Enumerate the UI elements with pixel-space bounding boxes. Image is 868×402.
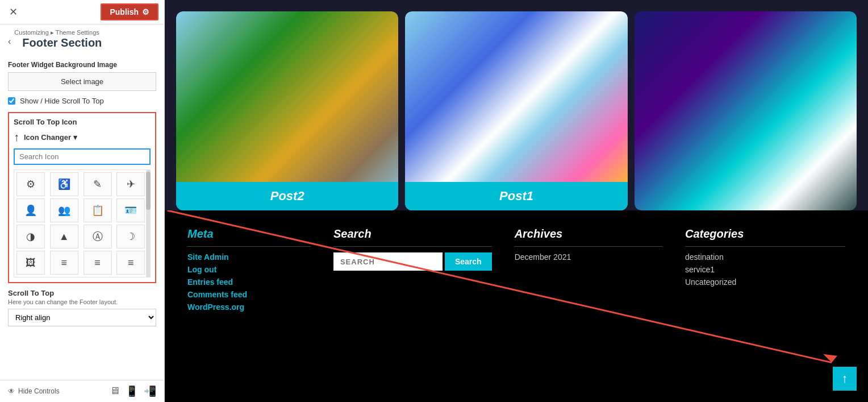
post-label-2: Post1 bbox=[405, 182, 627, 210]
align-select[interactable]: Right align Left align Center align bbox=[8, 309, 156, 326]
footer-section: Meta Site Admin Log out Entries feed Com… bbox=[165, 210, 868, 402]
close-button[interactable]: ✕ bbox=[6, 5, 21, 19]
desktop-icon[interactable]: 🖥 bbox=[110, 385, 120, 397]
post-card-bg-2 bbox=[405, 11, 627, 210]
icon-grid-item[interactable]: Ⓐ bbox=[84, 225, 112, 248]
icon-changer-label: Icon Changer bbox=[24, 133, 71, 142]
icon-grid-scrollbar[interactable] bbox=[146, 169, 151, 277]
chevron-down-icon: ▾ bbox=[73, 133, 77, 142]
icon-grid-item[interactable]: 👤 bbox=[16, 198, 45, 222]
scroll-top-desc: Here you can change the Footer layout. bbox=[8, 299, 156, 305]
icon-grid-item[interactable]: ♿ bbox=[50, 172, 78, 196]
icon-grid: ⚙ ♿ ✎ ✈ 👤 👥 📋 🪪 ◑ ▲ Ⓐ ☽ 🖼 ≡ ≡ ≡ bbox=[14, 169, 151, 277]
device-icons: 🖥 📱 📲 bbox=[110, 385, 156, 397]
publish-label: Publish bbox=[110, 7, 139, 16]
current-icon-display: ↑ bbox=[14, 131, 19, 144]
icon-grid-item[interactable]: ✎ bbox=[84, 172, 112, 196]
icon-grid-item[interactable]: ≡ bbox=[116, 251, 145, 275]
breadcrumb-area: ‹ Customizing ▸ Theme Settings Footer Se… bbox=[0, 24, 164, 55]
scroll-to-top-button[interactable]: ↑ bbox=[833, 367, 857, 391]
categories-title: Categories bbox=[685, 227, 845, 241]
icon-changer-row: ↑ Icon Changer ▾ bbox=[14, 131, 151, 144]
scroll-to-top-icon-section: Scroll To Top Icon ↑ Icon Changer ▾ ⚙ ♿ … bbox=[8, 112, 156, 283]
post-label-1: Post2 bbox=[176, 182, 398, 210]
meta-title: Meta bbox=[187, 227, 311, 241]
mobile-icon[interactable]: 📲 bbox=[144, 385, 156, 397]
post-card-bg-1 bbox=[176, 11, 398, 210]
icon-grid-item[interactable]: ✈ bbox=[116, 172, 145, 196]
icon-grid-item[interactable]: ☽ bbox=[116, 225, 145, 248]
post-card-3 bbox=[635, 11, 857, 210]
icon-grid-item[interactable]: ▲ bbox=[50, 225, 78, 248]
bg-image-label: Footer Widget Background Image bbox=[8, 61, 156, 69]
icon-grid-item[interactable]: ⚙ bbox=[16, 172, 45, 196]
post-card-2: Post1 bbox=[405, 11, 627, 210]
search-submit-button[interactable]: Search bbox=[445, 252, 492, 271]
tablet-icon[interactable]: 📱 bbox=[126, 385, 138, 397]
section-title: Footer Section bbox=[14, 36, 110, 54]
scroll-top-align-title: Scroll To Top bbox=[8, 289, 156, 297]
breadcrumb: Customizing ▸ Theme Settings bbox=[14, 29, 110, 36]
footer-meta-col: Meta Site Admin Log out Entries feed Com… bbox=[187, 227, 311, 391]
post-card-bg-3 bbox=[635, 11, 857, 210]
footer-comments-feed-link[interactable]: Comments feed bbox=[187, 290, 311, 299]
scrollbar-thumb bbox=[146, 172, 151, 210]
main-preview-area: Post2 Post1 Meta Site Admin Log out Entr… bbox=[165, 0, 868, 402]
footer-site-admin-link[interactable]: Site Admin bbox=[187, 252, 311, 262]
archives-dec-2021-link[interactable]: December 2021 bbox=[515, 252, 662, 262]
post-images-section: Post2 Post1 bbox=[165, 0, 868, 210]
search-text-input[interactable] bbox=[333, 252, 443, 271]
footer-entries-feed-link[interactable]: Entries feed bbox=[187, 277, 311, 287]
category-destination-link[interactable]: destination bbox=[685, 252, 845, 262]
icon-grid-item[interactable]: ≡ bbox=[50, 251, 78, 275]
category-service1-link[interactable]: service1 bbox=[685, 265, 845, 274]
eye-icon: 👁 bbox=[8, 387, 15, 395]
icon-grid-item[interactable]: 📋 bbox=[84, 198, 112, 222]
icon-grid-item[interactable]: ≡ bbox=[84, 251, 112, 275]
search-title: Search bbox=[333, 227, 492, 241]
show-hide-scroll-checkbox[interactable] bbox=[8, 97, 15, 105]
publish-button[interactable]: Publish ⚙ bbox=[101, 3, 158, 20]
back-button[interactable]: ‹ bbox=[8, 36, 11, 47]
footer-categories-col: Categories destination service1 Uncatego… bbox=[685, 227, 845, 391]
footer-search-col: Search Search bbox=[333, 227, 492, 391]
hide-controls-button[interactable]: 👁 Hide Controls bbox=[8, 387, 60, 395]
hide-controls-label: Hide Controls bbox=[18, 387, 60, 395]
icon-grid-item[interactable]: 🪪 bbox=[116, 198, 145, 222]
icon-grid-wrapper: ⚙ ♿ ✎ ✈ 👤 👥 📋 🪪 ◑ ▲ Ⓐ ☽ 🖼 ≡ ≡ ≡ bbox=[14, 169, 151, 277]
icon-changer-dropdown[interactable]: Icon Changer ▾ bbox=[24, 133, 77, 142]
customizer-panel: ✕ Publish ⚙ ‹ Customizing ▸ Theme Settin… bbox=[0, 0, 165, 402]
search-icon-input[interactable] bbox=[14, 148, 151, 165]
post-card-1: Post2 bbox=[176, 11, 398, 210]
panel-bottom-bar: 👁 Hide Controls 🖥 📱 📲 bbox=[0, 380, 164, 402]
footer-archives-col: Archives December 2021 bbox=[515, 227, 662, 391]
select-image-button[interactable]: Select image bbox=[8, 72, 156, 91]
scroll-to-top-icon-label: Scroll To Top Icon bbox=[14, 118, 151, 126]
footer-logout-link[interactable]: Log out bbox=[187, 265, 311, 274]
checkbox-label: Show / Hide Scroll To Top bbox=[20, 97, 104, 105]
archives-title: Archives bbox=[515, 227, 662, 241]
footer-wordpress-link[interactable]: WordPress.org bbox=[187, 302, 311, 312]
search-input-row: Search bbox=[333, 252, 492, 271]
icon-grid-item[interactable]: 🖼 bbox=[16, 251, 45, 275]
gear-icon: ⚙ bbox=[142, 7, 149, 16]
top-bar: ✕ Publish ⚙ bbox=[0, 0, 164, 24]
category-uncategorized-link[interactable]: Uncategorized bbox=[685, 277, 845, 287]
icon-grid-item[interactable]: ◑ bbox=[16, 225, 45, 248]
panel-content: Footer Widget Background Image Select im… bbox=[0, 55, 164, 380]
scroll-top-align-section: Scroll To Top Here you can change the Fo… bbox=[8, 289, 156, 326]
show-hide-scroll-row: Show / Hide Scroll To Top bbox=[8, 97, 156, 105]
icon-grid-item[interactable]: 👥 bbox=[50, 198, 78, 222]
